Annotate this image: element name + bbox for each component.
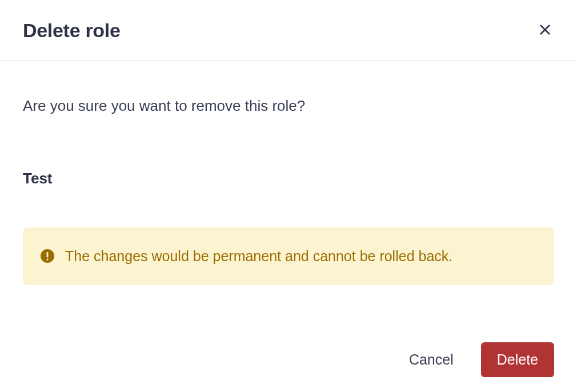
warning-banner: The changes would be permanent and canno… bbox=[23, 227, 554, 285]
svg-rect-3 bbox=[47, 252, 49, 258]
dialog-footer: Cancel Delete bbox=[0, 342, 577, 393]
dialog-title: Delete role bbox=[23, 19, 121, 42]
confirm-text: Are you sure you want to remove this rol… bbox=[23, 97, 554, 115]
close-icon bbox=[538, 23, 552, 38]
delete-role-dialog: Delete role Are you sure you want to rem… bbox=[0, 0, 577, 392]
svg-point-4 bbox=[46, 259, 48, 261]
warning-text: The changes would be permanent and canno… bbox=[65, 247, 452, 266]
dialog-header: Delete role bbox=[0, 0, 577, 61]
close-button[interactable] bbox=[536, 21, 554, 41]
delete-button[interactable]: Delete bbox=[481, 342, 554, 377]
dialog-body: Are you sure you want to remove this rol… bbox=[0, 61, 577, 342]
cancel-button[interactable]: Cancel bbox=[398, 345, 465, 375]
role-name: Test bbox=[23, 170, 554, 187]
warning-icon bbox=[40, 249, 55, 263]
